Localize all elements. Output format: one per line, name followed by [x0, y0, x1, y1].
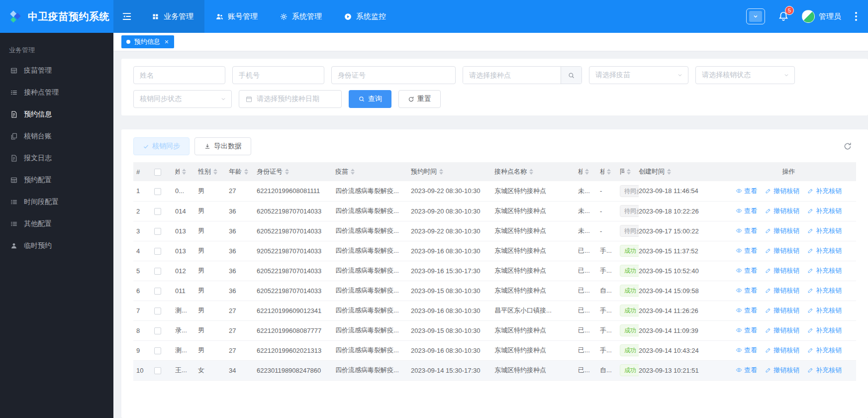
site-input[interactable]	[463, 67, 561, 84]
view-link[interactable]: 查看	[736, 346, 757, 355]
column-header-verify_status[interactable]: 核销状态	[578, 162, 600, 181]
top-menu-item[interactable]: 账号管理	[204, 0, 269, 33]
verify-status-select[interactable]: 请选择核销状态	[695, 66, 795, 84]
export-data-button[interactable]: 导出数据	[194, 137, 251, 155]
supplement-verify-link[interactable]: 补充核销	[807, 207, 842, 215]
column-header-idcard[interactable]: 身份证号	[257, 162, 335, 181]
sort-caret-icon[interactable]	[585, 169, 589, 175]
sort-caret-icon[interactable]	[182, 169, 186, 175]
supplement-verify-link[interactable]: 补充核销	[807, 187, 842, 196]
header-collapse-button[interactable]	[746, 8, 765, 24]
name-input[interactable]	[133, 66, 225, 84]
sidebar-collapse-button[interactable]	[113, 0, 140, 33]
sort-caret-icon[interactable]	[439, 169, 443, 175]
row-checkbox[interactable]	[154, 248, 161, 255]
supplement-verify-link[interactable]: 补充核销	[807, 366, 842, 375]
supplement-verify-link[interactable]: 补充核销	[807, 346, 842, 355]
sidebar-item[interactable]: 核销台账	[0, 125, 113, 147]
view-link[interactable]: 查看	[736, 226, 757, 235]
revoke-verify-link[interactable]: 撤销核销	[765, 346, 799, 355]
site-search-button[interactable]	[561, 67, 581, 84]
view-link[interactable]: 查看	[736, 266, 757, 275]
supplement-verify-link[interactable]: 补充核销	[807, 286, 842, 295]
sidebar-item[interactable]: 预约信息	[0, 104, 113, 125]
sidebar-item[interactable]: 疫苗管理	[0, 60, 113, 82]
search-button[interactable]: 查询	[349, 90, 391, 108]
column-header-appt_time[interactable]: 预约时间	[411, 162, 494, 181]
sidebar-item[interactable]: 其他配置	[0, 213, 113, 235]
sort-caret-icon[interactable]	[667, 169, 671, 175]
sync-status-select[interactable]: 核销同步状态	[133, 90, 232, 108]
row-checkbox[interactable]	[154, 228, 161, 235]
view-link[interactable]: 查看	[736, 306, 757, 315]
supplement-verify-link[interactable]: 补充核销	[807, 306, 842, 315]
view-link[interactable]: 查看	[736, 246, 757, 255]
revoke-verify-link[interactable]: 撤销核销	[765, 306, 799, 315]
revoke-verify-link[interactable]: 撤销核销	[765, 226, 799, 235]
column-header-name[interactable]: 姓名	[175, 162, 198, 181]
top-menu-item[interactable]: 系统管理	[269, 0, 333, 33]
sidebar-item[interactable]: 接种点管理	[0, 82, 113, 104]
row-checkbox[interactable]	[154, 327, 161, 334]
cell-appt_time: 2023-09-20 08:30-10:30	[411, 201, 494, 221]
column-header-gender[interactable]: 性别	[198, 162, 229, 181]
column-header-age[interactable]: 年龄	[229, 162, 257, 181]
sort-caret-icon[interactable]	[529, 169, 533, 175]
supplement-verify-link[interactable]: 补充核销	[807, 226, 842, 235]
select-all-checkbox[interactable]	[154, 169, 161, 176]
view-link[interactable]: 查看	[736, 207, 757, 215]
sort-caret-icon[interactable]	[285, 169, 289, 175]
supplement-verify-link[interactable]: 补充核销	[807, 266, 842, 275]
row-checkbox[interactable]	[154, 308, 161, 314]
cell-text: 女	[198, 366, 204, 374]
row-checkbox[interactable]	[154, 208, 161, 215]
revoke-verify-link[interactable]: 撤销核销	[765, 187, 799, 196]
column-header-site[interactable]: 接种点名称	[494, 162, 578, 181]
top-menu-item[interactable]: 业务管理	[140, 0, 204, 33]
supplement-verify-link[interactable]: 补充核销	[807, 326, 842, 335]
idcard-input[interactable]	[331, 66, 456, 84]
sort-caret-icon[interactable]	[213, 169, 217, 175]
revoke-verify-link[interactable]: 撤销核销	[765, 286, 799, 295]
verify-sync-button[interactable]: 核销同步	[133, 137, 190, 155]
sidebar-item[interactable]: 时间段配置	[0, 191, 113, 213]
revoke-verify-link[interactable]: 撤销核销	[765, 246, 799, 255]
vaccine-select[interactable]: 请选择疫苗	[589, 66, 688, 84]
view-link[interactable]: 查看	[736, 326, 757, 335]
tab-close-icon[interactable]	[164, 39, 169, 44]
sidebar-item[interactable]: 报文日志	[0, 147, 113, 169]
sort-caret-icon[interactable]	[244, 169, 248, 175]
revoke-verify-link[interactable]: 撤销核销	[765, 207, 799, 215]
sort-caret-icon[interactable]	[607, 169, 611, 175]
user-menu[interactable]: 管理员	[802, 10, 841, 23]
top-menu-item[interactable]: 系统监控	[333, 0, 397, 33]
view-link[interactable]: 查看	[736, 286, 757, 295]
sidebar-item-label: 接种点管理	[24, 88, 59, 97]
sidebar-item[interactable]: 临时预约	[0, 235, 113, 257]
row-checkbox[interactable]	[154, 347, 161, 354]
row-checkbox[interactable]	[154, 288, 161, 295]
refresh-table-button[interactable]	[839, 138, 856, 155]
sort-caret-icon[interactable]	[351, 169, 355, 175]
appointment-date-picker[interactable]: 请选择预约接种日期	[239, 90, 342, 108]
revoke-verify-link[interactable]: 撤销核销	[765, 366, 799, 375]
sidebar-item[interactable]: 预约配置	[0, 169, 113, 191]
notifications-button[interactable]: 5	[778, 11, 789, 22]
column-header-created[interactable]: 创建时间	[639, 162, 723, 181]
row-checkbox[interactable]	[154, 367, 161, 374]
tab-reservation-info[interactable]: 预约信息	[121, 35, 174, 48]
view-link[interactable]: 查看	[736, 187, 757, 196]
view-link[interactable]: 查看	[736, 366, 757, 375]
more-menu-button[interactable]	[854, 10, 858, 23]
supplement-verify-link[interactable]: 补充核销	[807, 246, 842, 255]
column-header-verify_method[interactable]: 核销方式	[600, 162, 620, 181]
revoke-verify-link[interactable]: 撤销核销	[765, 326, 799, 335]
column-header-vaccine[interactable]: 疫苗	[335, 162, 411, 181]
phone-input[interactable]	[232, 66, 324, 84]
sort-caret-icon[interactable]	[627, 169, 631, 175]
row-checkbox[interactable]	[154, 268, 161, 275]
column-header-sync_status[interactable]: 同步状态	[620, 162, 639, 181]
row-checkbox[interactable]	[154, 188, 161, 195]
reset-button[interactable]: 重置	[398, 90, 441, 108]
revoke-verify-link[interactable]: 撤销核销	[765, 266, 799, 275]
